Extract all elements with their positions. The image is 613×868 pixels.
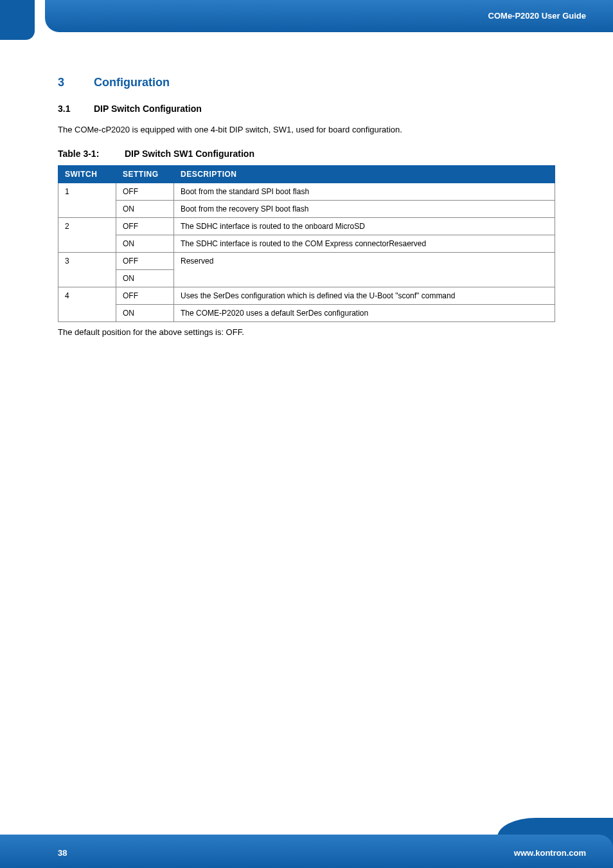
th-description: DESCRIPTION xyxy=(174,166,555,183)
page-header: COMe-P2020 User Guide xyxy=(0,0,613,40)
cell-setting: ON xyxy=(116,305,174,322)
table-row: 3 OFF Reserved xyxy=(58,253,555,270)
config-table: SWITCH SETTING DESCRIPTION 1 OFF Boot fr… xyxy=(58,165,555,322)
th-setting: SETTING xyxy=(116,166,174,183)
cell-setting: OFF xyxy=(116,218,174,235)
cell-setting: ON xyxy=(116,270,174,287)
table-row: 4 OFF Uses the SerDes configuration whic… xyxy=(58,287,555,305)
header-left-accent xyxy=(0,0,35,40)
cell-switch: 4 xyxy=(58,287,116,322)
page-content: 3Configuration 3.1DIP Switch Configurati… xyxy=(0,40,613,337)
cell-setting: ON xyxy=(116,235,174,253)
section-title: Configuration xyxy=(94,76,170,89)
table-row: 2 OFF The SDHC interface is routed to th… xyxy=(58,218,555,235)
page-number: 38 xyxy=(58,848,67,858)
after-table-note: The default position for the above setti… xyxy=(58,327,555,337)
table-row: ON The SDHC interface is routed to the C… xyxy=(58,235,555,253)
table-row: 1 OFF Boot from the standard SPI boot fl… xyxy=(58,183,555,201)
cell-switch: 1 xyxy=(58,183,116,218)
header-banner: COMe-P2020 User Guide xyxy=(45,0,613,32)
footer-url: www.kontron.com xyxy=(514,848,586,858)
subsection-heading: 3.1DIP Switch Configuration xyxy=(58,104,555,114)
cell-description: Uses the SerDes configuration which is d… xyxy=(174,287,555,305)
subsection-title: DIP Switch Configuration xyxy=(94,104,202,114)
subsection-number: 3.1 xyxy=(58,104,94,114)
cell-description: Reserved xyxy=(174,253,555,287)
th-switch: SWITCH xyxy=(58,166,116,183)
cell-setting: OFF xyxy=(116,253,174,270)
intro-paragraph: The COMe-cP2020 is equipped with one 4-b… xyxy=(58,124,555,136)
cell-switch: 3 xyxy=(58,253,116,287)
section-number: 3 xyxy=(58,76,94,89)
header-title: COMe-P2020 User Guide xyxy=(488,11,586,21)
cell-description: The SDHC interface is routed to the onbo… xyxy=(174,218,555,235)
page-footer: 38 www.kontron.com xyxy=(0,818,613,868)
table-caption-label: Table 3-1: xyxy=(58,149,125,159)
section-heading: 3Configuration xyxy=(58,76,555,89)
cell-setting: ON xyxy=(116,201,174,218)
table-caption: Table 3-1:DIP Switch SW1 Configuration xyxy=(58,149,555,159)
cell-description: Boot from the standard SPI boot flash xyxy=(174,183,555,201)
table-caption-title: DIP Switch SW1 Configuration xyxy=(125,149,254,159)
cell-setting: OFF xyxy=(116,287,174,305)
cell-setting: OFF xyxy=(116,183,174,201)
table-header-row: SWITCH SETTING DESCRIPTION xyxy=(58,166,555,183)
table-row: ON Boot from the recovery SPI boot flash xyxy=(58,201,555,218)
cell-description: The COME-P2020 uses a default SerDes con… xyxy=(174,305,555,322)
table-row: ON The COME-P2020 uses a default SerDes … xyxy=(58,305,555,322)
cell-switch: 2 xyxy=(58,218,116,253)
cell-description: The SDHC interface is routed to the COM … xyxy=(174,235,555,253)
cell-description: Boot from the recovery SPI boot flash xyxy=(174,201,555,218)
